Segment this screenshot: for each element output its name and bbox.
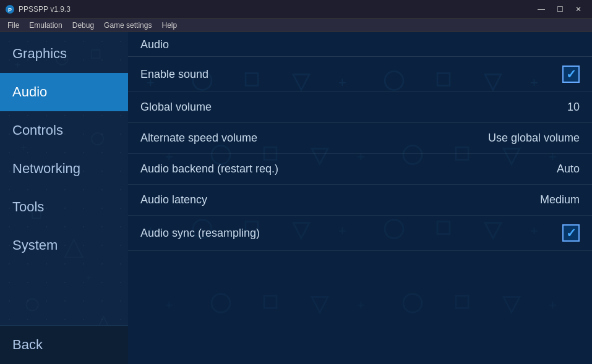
close-button[interactable]: ✕	[570, 3, 587, 15]
setting-alternate-speed-volume[interactable]: Alternate speed volume Use global volume	[128, 123, 592, 154]
back-button[interactable]: Back	[0, 325, 128, 364]
content-header: Audio	[128, 32, 592, 57]
setting-audio-latency[interactable]: Audio latency Medium	[128, 185, 592, 216]
svg-marker-46	[504, 297, 520, 313]
main-container: + + + Graphics Audio Controls Networking	[0, 32, 592, 364]
svg-point-40	[212, 294, 230, 313]
svg-text:+: +	[357, 297, 365, 313]
setting-label-audio-backend: Audio backend (restart req.)	[140, 163, 278, 176]
minimize-button[interactable]: —	[533, 3, 550, 15]
sidebar-item-controls[interactable]: Controls	[0, 111, 128, 150]
setting-audio-sync[interactable]: Audio sync (resampling)	[128, 216, 592, 251]
sidebar-item-tools[interactable]: Tools	[0, 188, 128, 226]
sidebar-item-audio[interactable]: Audio	[0, 73, 128, 111]
menu-file[interactable]: File	[2, 20, 24, 31]
setting-enable-sound[interactable]: Enable sound	[128, 57, 592, 92]
settings-list: Enable sound Global volume 10 Alternate …	[128, 57, 592, 251]
checkbox-enable-sound[interactable]	[562, 66, 580, 83]
setting-label-enable-sound: Enable sound	[140, 68, 208, 81]
setting-value-global-volume: 10	[567, 101, 580, 114]
window-controls: — ☐ ✕	[533, 3, 587, 15]
menu-debug[interactable]: Debug	[67, 20, 99, 31]
svg-point-44	[403, 294, 422, 313]
checkbox-audio-sync[interactable]	[562, 224, 580, 242]
sidebar-nav: Graphics Audio Controls Networking Tools…	[0, 32, 128, 325]
setting-label-audio-sync: Audio sync (resampling)	[140, 227, 260, 240]
menu-emulation[interactable]: Emulation	[24, 20, 67, 31]
section-title: Audio	[140, 38, 169, 51]
app-title: PPSSPP v1.9.3	[19, 5, 71, 14]
sidebar-item-networking[interactable]: Networking	[0, 150, 128, 188]
maximize-button[interactable]: ☐	[551, 3, 568, 15]
menu-game-settings[interactable]: Game settings	[99, 20, 157, 31]
svg-text:+: +	[549, 297, 557, 313]
svg-text:+: +	[165, 297, 173, 313]
sidebar: + + + Graphics Audio Controls Networking	[0, 32, 128, 364]
app-icon: P	[5, 4, 15, 14]
setting-value-alternate-speed-volume: Use global volume	[488, 132, 580, 145]
setting-global-volume[interactable]: Global volume 10	[128, 92, 592, 123]
menu-help[interactable]: Help	[157, 20, 182, 31]
sidebar-item-system[interactable]: System	[0, 226, 128, 265]
title-bar-left: P PPSSPP v1.9.3	[5, 4, 71, 14]
svg-text:P: P	[8, 7, 12, 13]
setting-audio-backend[interactable]: Audio backend (restart req.) Auto	[128, 154, 592, 185]
setting-value-audio-backend: Auto	[557, 163, 580, 176]
setting-value-audio-latency: Medium	[540, 193, 580, 206]
svg-marker-42	[312, 297, 328, 313]
setting-label-alternate-speed-volume: Alternate speed volume	[140, 132, 257, 145]
svg-rect-41	[264, 296, 277, 308]
content-area: + + + + + + +	[128, 32, 592, 364]
setting-label-audio-latency: Audio latency	[140, 193, 207, 206]
setting-label-global-volume: Global volume	[140, 101, 212, 114]
sidebar-item-graphics[interactable]: Graphics	[0, 35, 128, 73]
title-bar: P PPSSPP v1.9.3 — ☐ ✕	[0, 0, 592, 19]
menu-bar: File Emulation Debug Game settings Help	[0, 19, 592, 32]
svg-rect-45	[456, 296, 468, 308]
